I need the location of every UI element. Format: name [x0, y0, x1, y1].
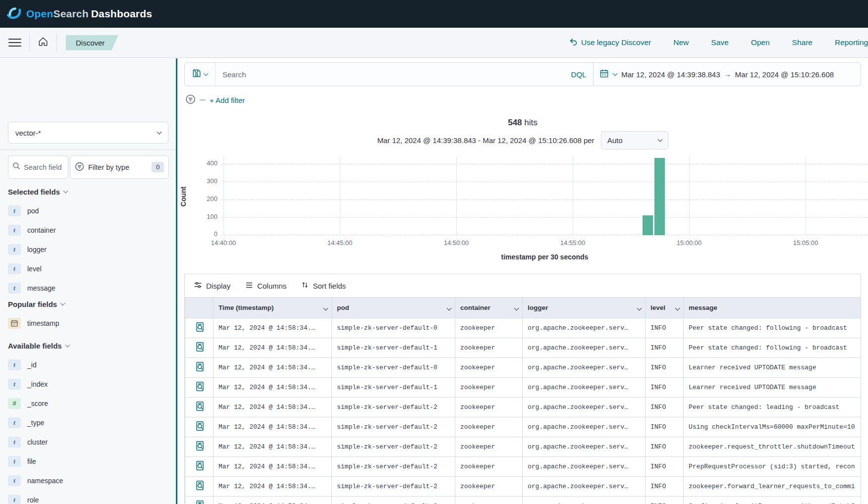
expand-document-button[interactable] [185, 417, 214, 437]
expand-document-button[interactable] [185, 477, 214, 497]
field-item-score[interactable]: #_score [8, 394, 168, 413]
menu-icon[interactable] [8, 36, 21, 49]
inspect-document-icon [195, 366, 205, 374]
toolbar-columns-button[interactable]: Columns [245, 281, 286, 291]
y-gridline [221, 182, 868, 182]
field-item-timestamp[interactable]: timestamp [8, 313, 168, 333]
filter-by-type-button[interactable]: Filter by type 0 [70, 155, 169, 179]
expand-document-button[interactable] [185, 338, 214, 358]
field-item-id[interactable]: t_id [8, 355, 168, 374]
inspect-document-icon [195, 386, 205, 394]
field-item-index[interactable]: t_index [8, 374, 168, 394]
interval-select[interactable]: Auto [601, 131, 668, 150]
section-title-selected-fields[interactable]: Selected fields [8, 186, 168, 197]
column-header-logger[interactable]: logger [523, 298, 646, 318]
chevron-down-icon[interactable] [514, 305, 519, 310]
table-header-row: Time (timestamp)podcontainerloggerlevelm… [185, 298, 862, 318]
column-header-level[interactable]: level [646, 298, 684, 318]
field-item-message[interactable]: tmessage [8, 278, 168, 298]
field-item-role[interactable]: trole [8, 490, 168, 504]
cell-pod: simple-zk-server-default-1 [332, 338, 455, 358]
field-list-popular-fields: timestamp [8, 313, 168, 333]
nav-action-new[interactable]: New [673, 38, 689, 47]
chevron-down-icon[interactable] [324, 305, 328, 310]
nav-action-open[interactable]: Open [751, 38, 770, 47]
x-axis-title: timestamp per 30 seconds [221, 253, 868, 261]
nav-action-use-legacy-discover[interactable]: Use legacy Discover [569, 38, 651, 48]
cell-time: Mar 12, 2024 @ 14:58:34.… [214, 398, 332, 417]
field-item-pod[interactable]: tpod [8, 201, 168, 220]
undo-icon [569, 38, 578, 48]
chevron-down-icon[interactable] [447, 305, 452, 310]
x-tick-label: 14:50:00 [444, 239, 469, 247]
y-gridline [221, 200, 868, 200]
column-header-pod[interactable]: pod [332, 298, 455, 318]
index-pattern-select[interactable]: vector-* [8, 122, 168, 144]
field-item-namespace[interactable]: tnamespace [8, 471, 168, 490]
cell-message: Peer state changed: leading - broadcast [684, 398, 862, 417]
nav-action-save[interactable]: Save [711, 38, 728, 47]
expand-document-button[interactable] [185, 398, 214, 417]
expand-document-button[interactable] [185, 318, 214, 338]
section-title-available-fields[interactable]: Available fields [8, 340, 168, 351]
cell-message: zookeeper.request_throttler.shutdownTime… [684, 437, 862, 457]
column-header-label: logger [528, 304, 548, 311]
expand-document-button[interactable] [185, 378, 214, 398]
query-language-button[interactable]: DQL [564, 63, 593, 86]
cell-container: zookeeper [455, 417, 523, 437]
toolbar-sort-fields-button[interactable]: Sort fields [301, 281, 346, 290]
field-search-box[interactable] [8, 155, 68, 179]
calendar-icon[interactable] [599, 69, 609, 80]
sidebar-controls: Filter by type 0 [8, 155, 169, 179]
field-item-type[interactable]: t_type [8, 413, 168, 432]
toolbar-display-button[interactable]: Display [194, 281, 230, 291]
field-item-file[interactable]: tfile [8, 452, 168, 471]
date-range-start[interactable]: Mar 12, 2024 @ 14:39:38.843 [621, 70, 720, 79]
column-header-time-timestamp[interactable]: Time (timestamp) [214, 298, 332, 318]
expand-document-button[interactable] [185, 358, 214, 378]
chevron-down-icon[interactable] [613, 71, 618, 76]
field-item-level[interactable]: tlevel [8, 259, 168, 278]
expand-document-button[interactable] [185, 457, 214, 477]
y-tick-label: 300 [180, 177, 217, 185]
search-input[interactable] [216, 63, 564, 86]
column-header-container[interactable]: container [455, 298, 523, 318]
histogram-bar-14-58-30[interactable] [654, 158, 665, 235]
date-range[interactable]: Mar 12, 2024 @ 14:39:38.843 → Mar 12, 20… [621, 70, 834, 79]
home-button[interactable] [30, 36, 56, 49]
filter-bar: + Add filter [185, 94, 861, 106]
nav-action-reporting[interactable]: Reporting [835, 38, 868, 47]
field-item-container[interactable]: tcontainer [8, 220, 168, 240]
breadcrumb-discover[interactable]: Discover [66, 35, 118, 50]
string-type-icon: t [8, 475, 21, 486]
cell-logger: org.apache.zookeeper.serv… [523, 338, 646, 358]
histogram-bar-14-58-00[interactable] [643, 215, 653, 235]
fields-sidebar: vector-* Filter by type 0 [0, 58, 176, 504]
arrow-right-icon: → [724, 70, 731, 78]
nav-action-share[interactable]: Share [792, 38, 813, 47]
field-item-logger[interactable]: tlogger [8, 240, 168, 259]
column-header-label: level [651, 304, 665, 311]
cell-time: Mar 12, 2024 @ 14:58:34.… [214, 318, 332, 338]
app-title: OpenSearchDashboards [26, 8, 152, 20]
expand-document-button[interactable] [185, 437, 214, 457]
cell-message: Using checkIntervalMs=60000 maxPerMinute… [684, 417, 862, 437]
section-title-popular-fields[interactable]: Popular fields [8, 299, 168, 309]
chevron-down-icon[interactable] [637, 305, 642, 310]
number-type-icon: # [8, 398, 21, 409]
add-filter-button[interactable]: + Add filter [210, 96, 245, 104]
field-search-input[interactable] [24, 163, 63, 171]
filter-circle-icon[interactable] [185, 94, 196, 106]
nav-action-label: Share [792, 38, 813, 47]
expand-document-button[interactable] [185, 497, 214, 504]
field-name: logger [27, 246, 47, 253]
saved-query-button[interactable] [185, 63, 216, 86]
cell-time: Mar 12, 2024 @ 14:58:34.… [214, 358, 332, 378]
column-header-message[interactable]: message [684, 298, 862, 318]
cell-message: PrepRequestProcessor (sid:3) started, re… [684, 457, 862, 477]
chevron-down-icon [157, 130, 162, 135]
chevron-down-icon[interactable] [675, 305, 680, 310]
date-range-end[interactable]: Mar 12, 2024 @ 15:10:26.608 [735, 70, 834, 79]
plot-area[interactable]: 0100200300400 [221, 157, 868, 235]
field-item-cluster[interactable]: tcluster [8, 432, 168, 452]
